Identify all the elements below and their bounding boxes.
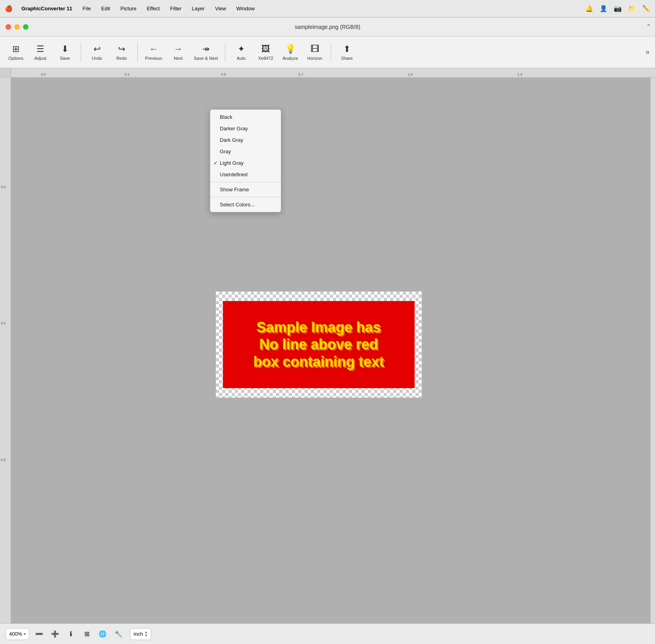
titlebar: sampleimage.png (RGB/8) ⌃	[0, 17, 655, 36]
horizontal-ruler: 0.0 0.2 0.5 0.7 1.0 1.3	[0, 68, 655, 78]
previous-icon: ←	[149, 44, 158, 54]
save-button[interactable]: ⬇ Save	[53, 40, 77, 65]
menubar: 🍎 GraphicConverter 11 File Edit Picture …	[0, 0, 655, 17]
next-icon: →	[174, 44, 183, 54]
canvas-area: 0.0 0.2 0.5 Sample Image has No line abo…	[0, 78, 655, 623]
zoom-control[interactable]: 400% ▾	[6, 628, 29, 640]
xe8472-icon: 🖼	[261, 44, 270, 54]
vruler-2: 0.2	[1, 321, 6, 325]
ruler-tick-2: 0.5	[221, 72, 226, 76]
adjust-button[interactable]: ☰ Adjust	[29, 40, 52, 65]
menu-separator-1	[210, 182, 281, 182]
toolbar-group-main: ⊞ Options ☰ Adjust ⬇ Save	[4, 40, 77, 65]
menu-item-black[interactable]: Black	[210, 111, 281, 123]
notification-icon[interactable]: 🔔	[585, 5, 593, 12]
xe8472-button[interactable]: 🖼 Xe8472	[254, 40, 278, 65]
sample-image-wrapper: Sample Image has No line above red box c…	[216, 292, 422, 398]
info-button[interactable]: ℹ	[65, 628, 77, 640]
menu-item-select-colors[interactable]: Select Colors...	[210, 199, 281, 210]
context-menu: Black Darker Gray Dark Gray Gray Light G…	[210, 109, 281, 212]
options-label: Options	[8, 56, 23, 61]
sample-text-line2: No line above red	[259, 336, 378, 352]
camera-icon[interactable]: 📷	[614, 5, 622, 12]
sample-text-line1: Sample Image has	[257, 319, 381, 335]
auto-button[interactable]: ✦ Auto	[229, 40, 253, 65]
menu-item-gray[interactable]: Gray	[210, 146, 281, 157]
zoom-dropdown-arrow[interactable]: ▾	[24, 632, 26, 636]
pencil-icon[interactable]: ✏️	[642, 5, 650, 12]
toolbar-sep-4	[331, 43, 331, 62]
menu-filter[interactable]: Filter	[168, 5, 183, 12]
scrollbar-right[interactable]	[650, 78, 655, 623]
person-icon[interactable]: 👤	[600, 5, 607, 12]
adjust-label: Adjust	[34, 56, 47, 61]
maximize-button[interactable]	[23, 24, 29, 30]
toolbar-group-nav: ← Previous → Next ↠ Save & Next	[142, 40, 221, 65]
auto-label: Auto	[237, 56, 246, 61]
undo-label: Undo	[92, 56, 102, 61]
analyze-icon: 💡	[285, 44, 296, 54]
save-next-button[interactable]: ↠ Save & Next	[191, 40, 221, 65]
overflow-icon[interactable]: »	[644, 46, 651, 58]
menu-window[interactable]: Window	[235, 5, 256, 12]
zoom-in-button[interactable]: ➕	[49, 628, 61, 640]
ruler-horizontal: 0.0 0.2 0.5 0.7 1.0 1.3	[11, 68, 655, 77]
toolbar-group-history: ↩ Undo ↪ Redo	[85, 40, 133, 65]
share-button[interactable]: ⬆ Share	[335, 40, 359, 65]
horizon-label: Horizon	[307, 56, 322, 61]
menu-picture[interactable]: Picture	[119, 5, 138, 12]
analyze-button[interactable]: 💡 Analyze	[278, 40, 302, 65]
toolbar-sep-1	[81, 43, 81, 62]
ruler-corner	[0, 68, 11, 77]
redo-button[interactable]: ↪ Redo	[110, 40, 133, 65]
menu-item-userdefined[interactable]: Userdefined	[210, 169, 281, 180]
menu-edit[interactable]: Edit	[100, 5, 112, 12]
traffic-lights	[6, 24, 29, 30]
ruler-tick-0: 0.0	[41, 72, 46, 76]
options-button[interactable]: ⊞ Options	[4, 40, 28, 65]
unit-stepper[interactable]: ▲ ▼	[145, 631, 148, 637]
vruler-0: 0.0	[1, 185, 6, 189]
ruler-tick-4: 1.0	[408, 72, 413, 76]
zoom-out-button[interactable]: ➖	[33, 628, 45, 640]
menu-view[interactable]: View	[213, 5, 228, 12]
next-label: Next	[174, 56, 183, 61]
next-button[interactable]: → Next	[166, 40, 190, 65]
menu-layer[interactable]: Layer	[190, 5, 206, 12]
apple-menu[interactable]: 🍎	[5, 5, 13, 12]
undo-button[interactable]: ↩ Undo	[85, 40, 109, 65]
menu-item-darker-gray[interactable]: Darker Gray	[210, 123, 281, 134]
options-icon: ⊞	[12, 44, 19, 54]
menu-item-show-frame[interactable]: Show Frame	[210, 184, 281, 195]
folder-icon[interactable]: 📁	[628, 5, 636, 12]
grid-button[interactable]: ⊞	[81, 628, 93, 640]
toolbar-group-tools: ✦ Auto 🖼 Xe8472 💡 Analyze 🎞 Horizon	[229, 40, 327, 65]
save-next-icon: ↠	[202, 44, 209, 54]
menu-file[interactable]: File	[81, 5, 93, 12]
menu-separator-2	[210, 197, 281, 197]
close-button[interactable]	[6, 24, 11, 30]
xe8472-label: Xe8472	[258, 56, 273, 61]
unit-down-arrow[interactable]: ▼	[145, 634, 148, 637]
wrench-button[interactable]: 🔧	[112, 628, 124, 640]
minimize-button[interactable]	[14, 24, 20, 30]
scroll-arrow-icon[interactable]: ⌃	[646, 23, 651, 30]
previous-label: Previous	[145, 56, 162, 61]
menu-item-dark-gray[interactable]: Dark Gray	[210, 134, 281, 146]
horizon-button[interactable]: 🎞 Horizon	[303, 40, 327, 65]
ruler-tick-1: 0.2	[124, 72, 129, 76]
save-icon: ⬇	[61, 44, 69, 54]
menu-item-light-gray[interactable]: Light Gray	[210, 157, 281, 169]
analyze-label: Analyze	[282, 56, 298, 61]
ruler-tick-5: 1.3	[517, 72, 522, 76]
share-icon: ⬆	[343, 44, 350, 54]
zoom-value: 400%	[9, 631, 22, 637]
adjust-icon: ☰	[36, 44, 44, 54]
toolbar-sep-3	[225, 43, 225, 62]
globe-button[interactable]: 🌐	[97, 628, 109, 640]
app-name: GraphicConverter 11	[21, 6, 72, 11]
previous-button[interactable]: ← Previous	[142, 40, 166, 65]
vertical-ruler: 0.0 0.2 0.5	[0, 78, 11, 623]
menu-effect[interactable]: Effect	[145, 5, 161, 12]
unit-control[interactable]: inch ▲ ▼	[130, 628, 151, 640]
